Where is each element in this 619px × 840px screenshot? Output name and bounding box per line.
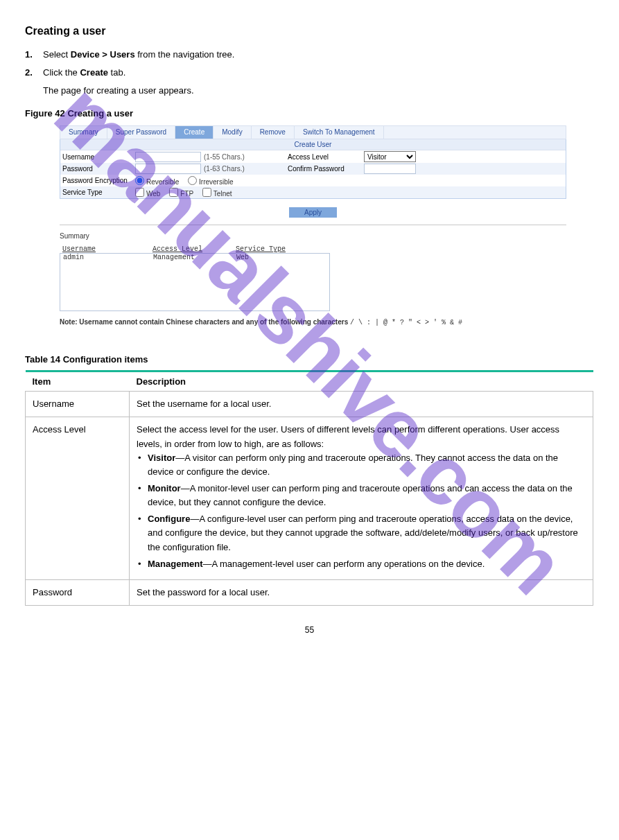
tab-summary[interactable]: Summary [60, 126, 107, 139]
username-hint: (1-55 Chars.) [204, 153, 245, 161]
note-chars: / \ : | @ * ? " < > ' % & # [350, 319, 462, 326]
username-input[interactable] [135, 152, 201, 162]
encryption-irreversible[interactable]: Irreversible [188, 178, 233, 186]
th-item: Item [26, 371, 130, 392]
tab-create[interactable]: Create [175, 126, 213, 139]
step-tail: from the navigation tree. [135, 49, 235, 60]
col-access-level: Access Level [152, 245, 236, 253]
desc-password: Set the password for a local user. [130, 579, 593, 605]
table-row: Access Level Select the access level for… [26, 417, 593, 579]
col-username: Username [62, 245, 152, 253]
tab-bar: Summary Super Password Create Modify Rem… [60, 125, 566, 139]
summary-table-header: Username Access Level Service Type [60, 245, 566, 253]
step-bold: Create [80, 67, 107, 78]
step-text: Click the Create tab. [43, 65, 125, 80]
summary-heading: Summary [60, 232, 566, 240]
cell-access-level: Management [153, 254, 236, 261]
service-type-label: Service Type [62, 189, 135, 196]
service-ftp[interactable]: FTP [169, 190, 193, 198]
bullet-management: Management—A management-level user can p… [137, 557, 586, 571]
password-label: Password [62, 165, 135, 173]
create-user-panel: Create User Username (1-55 Chars.) Acces… [60, 139, 566, 199]
step-number: 2. [25, 65, 36, 80]
desc-intro: Select the access level for the user. Us… [137, 423, 586, 450]
col-service-type: Service Type [236, 245, 305, 253]
tab-super-password[interactable]: Super Password [107, 126, 175, 139]
table-row[interactable]: admin Management Web [60, 254, 329, 261]
th-description: Description [130, 371, 593, 392]
radio-irreversible-label: Irreversible [199, 178, 233, 186]
step-number: 1. [25, 47, 36, 62]
summary-listbox[interactable]: admin Management Web [60, 253, 330, 311]
checkbox-ftp-label: FTP [180, 190, 193, 198]
tab-switch-to-management[interactable]: Switch To Management [295, 126, 384, 139]
item-username: Username [26, 392, 130, 417]
step-number [25, 83, 36, 98]
desc-access-level: Select the access level for the user. Us… [130, 417, 593, 579]
radio-reversible[interactable] [135, 176, 144, 185]
confirm-password-label: Confirm Password [288, 165, 364, 173]
table-row: Username Set the username for a local us… [26, 392, 593, 417]
access-level-label: Access Level [288, 153, 364, 161]
bullet-text: —A monitor-level user can perform ping a… [148, 483, 573, 507]
config-items-table: Item Description Username Set the userna… [25, 370, 593, 606]
service-telnet[interactable]: Telnet [202, 190, 232, 198]
table-row: Password Set the password for a local us… [26, 579, 593, 605]
step-prefix: Select [43, 49, 68, 60]
access-level-select[interactable]: Visitor Monitor Configure Management [364, 151, 416, 162]
password-hint: (1-63 Chars.) [204, 165, 245, 173]
bullet-name: Management [148, 559, 202, 569]
encryption-label: Password Encryption [62, 177, 135, 184]
checkbox-telnet-label: Telnet [213, 190, 232, 198]
bullet-monitor: Monitor—A monitor-level user can perform… [137, 482, 586, 509]
bullet-text: —A management-level user can perform any… [202, 559, 485, 569]
step-text: The page for creating a user appears. [43, 83, 194, 98]
note-text: Note: Username cannot contain Chinese ch… [60, 318, 566, 326]
cell-username: admin [63, 254, 153, 261]
step-bold: Device > Users [71, 49, 135, 60]
tab-modify[interactable]: Modify [213, 126, 251, 139]
password-input[interactable] [135, 164, 201, 174]
bullet-visitor: Visitor—A visitor can perform only ping … [137, 451, 586, 479]
step-tail: tab. [108, 67, 125, 78]
bullet-name: Monitor [148, 483, 181, 493]
cell-service-type: Web [236, 254, 306, 261]
screenshot-panel: Summary Super Password Create Modify Rem… [60, 125, 566, 326]
radio-reversible-label: Reversible [146, 178, 179, 186]
note-prefix: Note: Username cannot contain Chinese ch… [60, 318, 350, 326]
item-password: Password [26, 579, 130, 605]
procedure-steps: 1. Select Device > Users from the naviga… [25, 47, 594, 98]
username-label: Username [62, 153, 135, 161]
figure-caption: Figure 42 Creating a user [25, 108, 594, 119]
tab-remove[interactable]: Remove [252, 126, 295, 139]
bullet-text: —A configure-level user can perform ping… [148, 514, 578, 552]
checkbox-ftp[interactable] [169, 188, 178, 197]
page-number: 55 [25, 625, 594, 635]
apply-button[interactable]: Apply [289, 207, 337, 218]
bullet-configure: Configure—A configure-level user can per… [137, 512, 586, 554]
service-web[interactable]: Web [135, 190, 160, 198]
page-title: Creating a user [25, 25, 594, 37]
bullet-name: Configure [148, 514, 190, 524]
checkbox-telnet[interactable] [202, 188, 211, 197]
step-text: Select Device > Users from the navigatio… [43, 47, 234, 62]
checkbox-web[interactable] [135, 188, 144, 197]
item-access-level: Access Level [26, 417, 130, 579]
bullet-name: Visitor [148, 453, 175, 463]
table-caption: Table 14 Configuration items [25, 354, 594, 365]
encryption-reversible[interactable]: Reversible [135, 178, 179, 186]
panel-title: Create User [60, 139, 566, 150]
bullet-text: —A visitor can perform only ping and tra… [148, 453, 558, 477]
radio-irreversible[interactable] [188, 176, 197, 185]
step-prefix: Click the [43, 67, 78, 78]
checkbox-web-label: Web [146, 190, 160, 198]
confirm-password-input[interactable] [364, 164, 416, 174]
desc-username: Set the username for a local user. [130, 392, 593, 417]
